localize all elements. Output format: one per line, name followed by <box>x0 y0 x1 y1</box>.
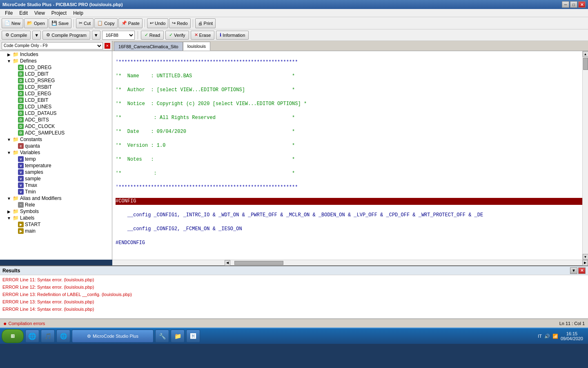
code-line-11-highlight: #CONFIG <box>116 198 582 205</box>
tree-item-lcd-dbit[interactable]: D LCD_DBIT <box>0 71 112 77</box>
copy-button[interactable]: 📋 Copy <box>94 18 118 28</box>
hscroll-thumb[interactable] <box>234 261 283 265</box>
verify-button[interactable]: ✓ Verify <box>165 31 189 40</box>
results-minimize-button[interactable]: ▼ <box>570 267 577 274</box>
tree-item-start[interactable]: ▶ START <box>0 221 112 228</box>
erase-button[interactable]: ✕ Erase <box>191 31 215 40</box>
menu-file[interactable]: File <box>2 9 16 17</box>
tree-item-adc-sampleus[interactable]: D ADC_SAMPLEUS <box>0 130 112 136</box>
code-scroll-area[interactable]: '***************************************… <box>112 51 582 260</box>
information-button[interactable]: ℹ Information <box>216 31 249 40</box>
menu-project[interactable]: Project <box>48 9 70 17</box>
compile-program-dropdown[interactable]: ▼ <box>92 31 100 40</box>
paste-button[interactable]: 📌 Paste <box>118 18 143 28</box>
toolbar2: ⚙ Compile ▼ ⚙ Compile Program ▼ 16F88 ✓ … <box>0 29 588 41</box>
tree-item-samples[interactable]: v samples <box>0 169 112 175</box>
tree-item-lcd-rsbit[interactable]: D LCD_RSBIT <box>0 84 112 90</box>
compile-button[interactable]: ⚙ Compile <box>2 31 31 40</box>
scroll-track <box>583 57 588 254</box>
results-close-button[interactable]: ✕ <box>578 267 586 274</box>
tree-item-temperature[interactable]: v temperature <box>0 162 112 169</box>
cut-button[interactable]: ✂ Cut <box>76 18 94 28</box>
tree-item-tmax[interactable]: v Tmax <box>0 182 112 188</box>
tree-item-lcd-lines[interactable]: D LCD_LINES <box>0 103 112 110</box>
print-button[interactable]: 🖨 Print <box>195 18 216 28</box>
tree-item-lcd-ereg[interactable]: D LCD_EREG <box>0 90 112 97</box>
open-button[interactable]: 📂 Open <box>24 18 48 28</box>
taskbar-extra1-button[interactable]: 🔧 <box>155 330 169 343</box>
tree-item-rele[interactable]: ~ Rele <box>0 202 112 208</box>
tree-alias[interactable]: ▼ 📁 Alias and Modifiers <box>0 195 112 202</box>
menu-edit[interactable]: Edit <box>16 9 31 17</box>
tree-includes[interactable]: ▶ 📁 Includes <box>0 51 112 58</box>
vertical-scrollbar[interactable]: ▲ ▼ <box>582 51 588 260</box>
restore-button[interactable]: □ <box>570 1 577 8</box>
panel-mode-select[interactable]: Code Compile Only - F9 <box>2 42 103 49</box>
save-button[interactable]: 💾 Save <box>49 18 71 28</box>
taskbar-extra2-button[interactable]: 📁 <box>171 330 185 343</box>
code-line-8: '* Notes : * <box>116 156 582 163</box>
panel-close-button[interactable]: ✕ <box>105 43 110 49</box>
tab-camera[interactable]: 16F88_CameraClimatica_Sito <box>114 42 183 51</box>
tab-louislouis[interactable]: louislouis <box>183 42 210 51</box>
menu-view[interactable]: View <box>31 9 48 17</box>
system-tray: IT 🔊 📶 16:15 09/04/2020 <box>535 331 586 341</box>
menu-help[interactable]: Help <box>70 9 87 17</box>
scroll-up-button[interactable]: ▲ <box>583 51 588 57</box>
expand-alias-icon: ▼ <box>7 196 11 201</box>
error-icon: ● <box>3 320 7 327</box>
taskbar-app2-button[interactable]: 🌐 <box>56 330 70 343</box>
status-bar: ● Compilation errors Ln 11 : Col 1 <box>0 319 588 328</box>
horizontal-scrollbar[interactable]: ◀ ▶ <box>112 260 588 265</box>
taskbar-app1-button[interactable]: 🎵 <box>41 330 55 343</box>
scroll-left-button[interactable]: ◀ <box>225 260 230 266</box>
tree-item-adc-clock[interactable]: D ADC_CLOCK <box>0 123 112 130</box>
v-icon: v <box>18 156 24 162</box>
new-button[interactable]: 📄 New <box>2 18 23 28</box>
d-icon: D <box>18 117 24 123</box>
tree-item-adc-bits[interactable]: D ADC_BITS <box>0 117 112 123</box>
expand-constants-icon: ▼ <box>7 137 11 142</box>
tree-item-tmin[interactable]: v Tmin <box>0 188 112 195</box>
tree-item-main[interactable]: ▶ main <box>0 228 112 234</box>
tree-item-lcd-rsreg[interactable]: D LCD_RSREG <box>0 77 112 84</box>
taskbar-ie-button[interactable]: 🌐 <box>25 330 39 343</box>
close-button[interactable]: ✕ <box>578 1 586 8</box>
minimize-button[interactable]: ─ <box>562 1 569 8</box>
code-line-1: '***************************************… <box>116 59 582 66</box>
tree-item-temp[interactable]: v temp <box>0 156 112 162</box>
scroll-right-button[interactable]: ▶ <box>582 260 588 266</box>
undo-button[interactable]: ↩ Undo <box>147 18 168 28</box>
menu-bar: File Edit View Project Help <box>0 9 588 17</box>
read-icon: ✓ <box>145 32 148 38</box>
taskbar-extra3-button[interactable]: 🅼 <box>186 330 200 343</box>
scroll-down-button[interactable]: ▼ <box>583 254 588 260</box>
date-display: 09/04/2020 <box>561 336 583 341</box>
chip-select[interactable]: 16F88 <box>102 31 135 40</box>
tab-strip: 16F88_CameraClimatica_Sito louislouis <box>112 41 210 51</box>
tree-item-lcd-dreg[interactable]: D LCD_DREG <box>0 64 112 71</box>
tree-variables[interactable]: ▼ 📁 Variables <box>0 149 112 156</box>
tree-labels[interactable]: ▼ 📁 Labels <box>0 215 112 221</box>
error-line-5: ERROR Line 14: Syntax error. (louislouis… <box>2 305 586 313</box>
compile-dropdown[interactable]: ▼ <box>32 31 41 40</box>
tree-defines[interactable]: ▼ 📁 Defines <box>0 58 112 64</box>
error-text: Compilation errors <box>8 321 45 326</box>
code-editor[interactable]: '***************************************… <box>112 51 588 260</box>
tree-item-sample[interactable]: v sample <box>0 175 112 182</box>
code-line-7: '* Version : 1.0 * <box>116 142 582 149</box>
start-icon: ⊞ <box>11 333 15 339</box>
read-button[interactable]: ✓ Read <box>141 31 164 40</box>
scroll-thumb[interactable] <box>583 58 588 70</box>
redo-button[interactable]: ↪ Redo <box>169 18 190 28</box>
taskbar-microcode-button[interactable]: ⚙ MicroCode Studio Plus <box>72 330 154 343</box>
tree-item-quanta[interactable]: c quanta <box>0 143 112 149</box>
tree-symbols[interactable]: ▶ 📁 Symbols <box>0 208 112 215</box>
tree-item-lcd-dataus[interactable]: D LCD_DATAUS <box>0 110 112 117</box>
compile-program-button[interactable]: ⚙ Compile Program <box>42 31 90 40</box>
start-button[interactable]: ⊞ <box>2 329 24 343</box>
tree-item-lcd-ebit[interactable]: D LCD_EBIT <box>0 97 112 103</box>
tree-constants[interactable]: ▼ 📁 Constants <box>0 136 112 143</box>
code-content[interactable]: '***************************************… <box>112 51 582 260</box>
extra2-icon: 📁 <box>174 333 181 339</box>
